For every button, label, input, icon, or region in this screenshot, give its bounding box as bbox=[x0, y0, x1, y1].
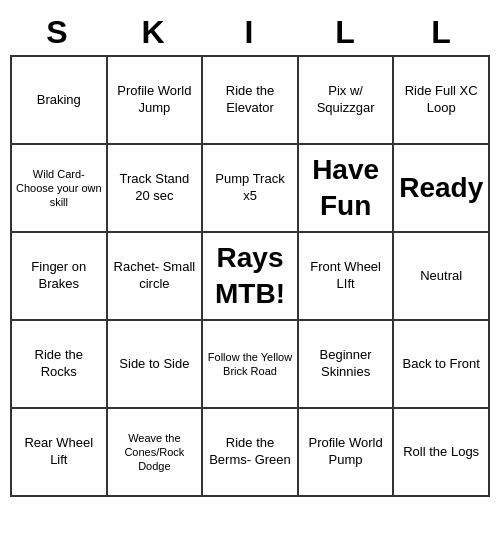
bingo-cell: Track Stand 20 sec bbox=[108, 145, 204, 233]
header-letter: K bbox=[106, 10, 202, 55]
bingo-cell: Pix w/ Squizzgar bbox=[299, 57, 395, 145]
bingo-cell: Ride the Elevator bbox=[203, 57, 299, 145]
bingo-cell: Ride Full XC Loop bbox=[394, 57, 490, 145]
bingo-cell: Rays MTB! bbox=[203, 233, 299, 321]
bingo-cell: Ride the Rocks bbox=[12, 321, 108, 409]
header-row: SKILL bbox=[10, 10, 490, 55]
bingo-cell: Have Fun bbox=[299, 145, 395, 233]
bingo-cell: Profile World Pump bbox=[299, 409, 395, 497]
header-letter: L bbox=[394, 10, 490, 55]
bingo-cell: Profile World Jump bbox=[108, 57, 204, 145]
bingo-cell: Ready bbox=[394, 145, 490, 233]
bingo-cell: Ride the Berms- Green bbox=[203, 409, 299, 497]
bingo-cell: Front Wheel LIft bbox=[299, 233, 395, 321]
bingo-cell: Rear Wheel Lift bbox=[12, 409, 108, 497]
bingo-cell: Weave the Cones/Rock Dodge bbox=[108, 409, 204, 497]
bingo-cell: Braking bbox=[12, 57, 108, 145]
bingo-grid: BrakingProfile World JumpRide the Elevat… bbox=[10, 55, 490, 497]
bingo-cell: Follow the Yellow Brick Road bbox=[203, 321, 299, 409]
bingo-cell: Rachet- Small circle bbox=[108, 233, 204, 321]
bingo-cell: Finger on Brakes bbox=[12, 233, 108, 321]
bingo-cell: Beginner Skinnies bbox=[299, 321, 395, 409]
bingo-cell: Pump Track x5 bbox=[203, 145, 299, 233]
bingo-cell: Roll the Logs bbox=[394, 409, 490, 497]
bingo-cell: Wild Card- Choose your own skill bbox=[12, 145, 108, 233]
bingo-cell: Side to Side bbox=[108, 321, 204, 409]
header-letter: S bbox=[10, 10, 106, 55]
header-letter: I bbox=[202, 10, 298, 55]
header-letter: L bbox=[298, 10, 394, 55]
bingo-cell: Neutral bbox=[394, 233, 490, 321]
bingo-cell: Back to Front bbox=[394, 321, 490, 409]
bingo-card: SKILL BrakingProfile World JumpRide the … bbox=[10, 10, 490, 497]
